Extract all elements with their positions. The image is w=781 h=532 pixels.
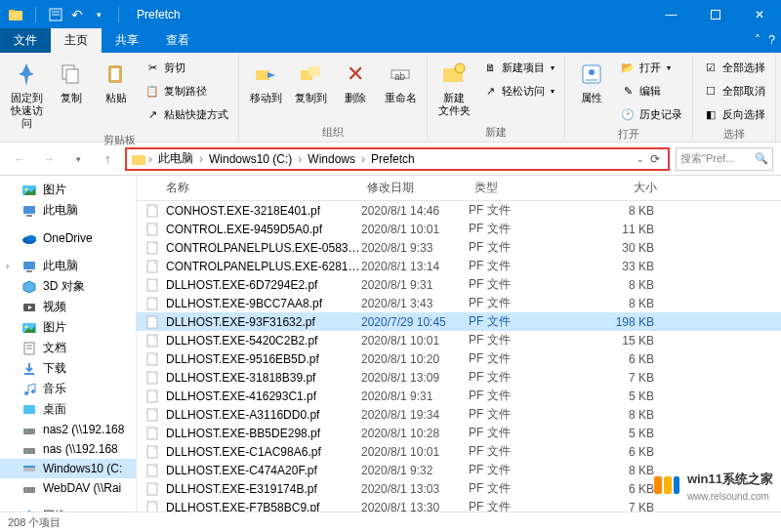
select-all-button[interactable]: ☑全部选择 bbox=[699, 57, 769, 78]
tab-file[interactable]: 文件 bbox=[0, 28, 51, 53]
file-row[interactable]: DLLHOST.EXE-C1AC98A6.pf2020/8/1 10:01PF … bbox=[137, 442, 781, 461]
nav-item[interactable]: 视频 bbox=[0, 297, 136, 317]
chevron-right-icon[interactable]: › bbox=[199, 152, 203, 166]
file-row[interactable]: DLLHOST.EXE-BB5DE298.pf2020/8/1 10:28PF … bbox=[137, 424, 781, 442]
column-headers[interactable]: 名称 修改日期 类型 大小 bbox=[137, 176, 781, 201]
file-row[interactable]: CONTROLPANELPLUS.EXE-62816286....2020/8/… bbox=[137, 257, 781, 275]
ribbon: 固定到 快速访问 复制 粘贴 ✂剪切 📋复制路径 ↗粘贴快捷方式 剪贴板 移动到… bbox=[0, 53, 781, 143]
file-row[interactable]: DLLHOST.EXE-416293C1.pf2020/8/1 9:31PF 文… bbox=[137, 387, 781, 405]
file-row[interactable]: CONTROLPANELPLUS.EXE-058345E6....2020/8/… bbox=[137, 238, 781, 257]
nav-item-label: nas2 (\\192.168 bbox=[43, 423, 124, 436]
properties-icon[interactable] bbox=[48, 7, 63, 22]
nav-item[interactable]: WebDAV (\\Rai bbox=[0, 478, 136, 498]
copy-path-button[interactable]: 📋复制路径 bbox=[141, 80, 232, 102]
history-button[interactable]: 🕑历史记录 bbox=[616, 103, 686, 125]
nav-item[interactable]: 图片 bbox=[0, 317, 136, 338]
select-none-button[interactable]: ☐全部取消 bbox=[699, 80, 769, 102]
invert-selection-button[interactable]: ◧反向选择 bbox=[699, 103, 769, 125]
paste-button[interactable]: 粘贴 bbox=[96, 55, 137, 104]
nav-item[interactable]: nas (\\192.168 bbox=[0, 439, 136, 459]
breadcrumb-item[interactable]: Windows bbox=[304, 152, 359, 166]
qat-dropdown-icon[interactable]: ▾ bbox=[91, 7, 106, 22]
expand-icon[interactable]: › bbox=[6, 511, 16, 512]
nav-item[interactable]: Windows10 (C: bbox=[0, 459, 136, 478]
close-button[interactable]: ✕ bbox=[737, 0, 781, 29]
undo-icon[interactable]: ↶ bbox=[69, 7, 85, 22]
nav-item[interactable]: 桌面 bbox=[0, 399, 136, 420]
nav-item[interactable]: 文档 bbox=[0, 338, 136, 358]
copy-to-icon bbox=[295, 59, 326, 90]
file-icon bbox=[144, 351, 160, 367]
address-dropdown-icon[interactable]: ⌄ bbox=[637, 154, 644, 164]
file-row[interactable]: DLLHOST.EXE-A3116DD0.pf2020/8/1 19:34PF … bbox=[137, 405, 781, 424]
ribbon-group-organize: 组织 bbox=[245, 123, 421, 142]
properties-button[interactable]: 属性 bbox=[571, 55, 612, 104]
column-type[interactable]: 类型 bbox=[469, 176, 566, 200]
nav-item[interactable]: OneDrive bbox=[0, 228, 136, 248]
open-button[interactable]: 📂打开▾ bbox=[616, 57, 686, 78]
breadcrumb-item[interactable]: Windows10 (C:) bbox=[205, 152, 296, 166]
ribbon-collapse-icon[interactable]: ˄ bbox=[755, 33, 760, 47]
nav-item[interactable]: nas2 (\\192.168 bbox=[0, 420, 136, 439]
rename-icon: ab bbox=[385, 59, 416, 90]
nav-item[interactable]: 图片 bbox=[0, 180, 136, 200]
nav-recent-button[interactable]: ▾ bbox=[66, 147, 90, 171]
nav-item[interactable]: ›此电脑 bbox=[0, 256, 136, 276]
column-date[interactable]: 修改日期 bbox=[361, 176, 469, 200]
file-row[interactable]: CONHOST.EXE-3218E401.pf2020/8/1 14:46PF … bbox=[137, 201, 781, 220]
navigation-pane[interactable]: 图片此电脑OneDrive›此电脑3D 对象视频图片文档下载音乐桌面nas2 (… bbox=[0, 176, 137, 512]
nav-item[interactable]: 3D 对象 bbox=[0, 276, 136, 297]
file-row[interactable]: DLLHOST.EXE-31818B39.pf2020/8/1 13:09PF … bbox=[137, 368, 781, 387]
file-row[interactable]: DLLHOST.EXE-93F31632.pf2020/7/29 10:45PF… bbox=[137, 312, 781, 331]
pin-button[interactable]: 固定到 快速访问 bbox=[6, 55, 47, 131]
breadcrumb-item[interactable]: Prefetch bbox=[367, 152, 419, 166]
nav-up-button[interactable]: ↑ bbox=[96, 147, 119, 171]
copy-to-button[interactable]: 复制到 bbox=[290, 55, 331, 104]
breadcrumb-item[interactable]: 此电脑 bbox=[154, 150, 197, 167]
cut-button[interactable]: ✂剪切 bbox=[141, 57, 232, 78]
file-row[interactable]: CONTROL.EXE-9459D5A0.pf2020/8/1 10:01PF … bbox=[137, 220, 781, 238]
easy-access-button[interactable]: ↗轻松访问▾ bbox=[478, 80, 558, 102]
refresh-icon[interactable]: ⟳ bbox=[650, 152, 660, 166]
chevron-right-icon[interactable]: › bbox=[361, 152, 365, 166]
copy-button[interactable]: 复制 bbox=[51, 55, 92, 104]
nav-item[interactable]: 此电脑 bbox=[0, 200, 136, 221]
nav-back-button[interactable]: ← bbox=[8, 147, 31, 171]
edit-button[interactable]: ✎编辑 bbox=[616, 80, 686, 102]
svg-point-42 bbox=[25, 450, 27, 452]
maximize-button[interactable] bbox=[693, 0, 737, 29]
tab-view[interactable]: 查看 bbox=[152, 28, 203, 53]
paste-shortcut-button[interactable]: ↗粘贴快捷方式 bbox=[141, 103, 232, 125]
file-icon bbox=[144, 500, 160, 512]
move-to-button[interactable]: 移动到 bbox=[245, 55, 286, 104]
file-type: PF 文件 bbox=[469, 313, 566, 330]
file-row[interactable]: DLLHOST.EXE-9BCC7AA8.pf2020/8/1 3:43PF 文… bbox=[137, 294, 781, 312]
search-input[interactable]: 搜索"Pref... 🔍 bbox=[676, 147, 773, 171]
nav-item[interactable]: ›网络 bbox=[0, 506, 136, 512]
column-size[interactable]: 大小 bbox=[566, 176, 664, 200]
file-row[interactable]: DLLHOST.EXE-5420C2B2.pf2020/8/1 10:01PF … bbox=[137, 331, 781, 349]
tab-home[interactable]: 主页 bbox=[51, 28, 102, 53]
expand-icon[interactable]: › bbox=[6, 261, 16, 271]
nav-forward-button[interactable]: → bbox=[37, 147, 61, 171]
file-list[interactable]: CONHOST.EXE-3218E401.pf2020/8/1 14:46PF … bbox=[137, 201, 781, 512]
status-bar: 208 个项目 bbox=[0, 512, 781, 532]
column-name[interactable]: 名称 bbox=[137, 176, 361, 200]
chevron-right-icon[interactable]: › bbox=[148, 152, 152, 166]
new-folder-icon bbox=[438, 59, 470, 90]
nav-item[interactable]: 音乐 bbox=[0, 379, 136, 399]
new-folder-button[interactable]: 新建 文件夹 bbox=[433, 55, 474, 117]
help-icon[interactable]: ? bbox=[768, 33, 775, 47]
file-row[interactable]: DLLHOST.EXE-9516EB5D.pf2020/8/1 10:20PF … bbox=[137, 349, 781, 368]
delete-button[interactable]: ✕删除 bbox=[335, 55, 376, 104]
new-item-button[interactable]: 🗎新建项目▾ bbox=[478, 57, 558, 78]
file-row[interactable]: DLLHOST.EXE-6D7294E2.pf2020/8/1 9:31PF 文… bbox=[137, 275, 781, 294]
netdrive-icon bbox=[21, 422, 37, 437]
rename-button[interactable]: ab重命名 bbox=[380, 55, 421, 104]
nav-item[interactable]: 下载 bbox=[0, 358, 136, 379]
chevron-right-icon[interactable]: › bbox=[298, 152, 302, 166]
svg-text:ab: ab bbox=[394, 71, 406, 82]
minimize-button[interactable]: — bbox=[649, 0, 693, 29]
tab-share[interactable]: 共享 bbox=[102, 28, 152, 53]
breadcrumb-bar[interactable]: › 此电脑 › Windows10 (C:) › Windows › Prefe… bbox=[125, 147, 670, 171]
